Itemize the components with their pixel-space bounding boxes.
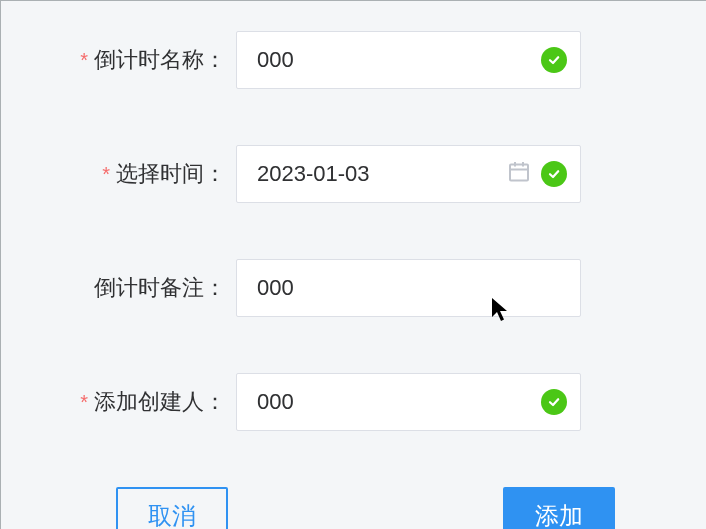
countdown-remark-input[interactable] — [236, 259, 581, 317]
calendar-icon[interactable] — [507, 160, 531, 189]
countdown-name-input[interactable] — [236, 31, 581, 89]
label-creator-text: 添加创建人： — [94, 387, 226, 417]
input-wrap-time — [236, 145, 581, 203]
cancel-button-label: 取消 — [148, 500, 196, 529]
add-creator-input[interactable] — [236, 373, 581, 431]
svg-rect-0 — [510, 165, 528, 181]
submit-button-label: 添加 — [535, 500, 583, 529]
form-row-remark: 倒计时备注： — [31, 259, 676, 317]
required-star-icon: * — [80, 50, 88, 70]
label-time-text: 选择时间： — [116, 159, 226, 189]
form-footer: 取消 添加 — [31, 487, 676, 529]
input-wrap-creator — [236, 373, 581, 431]
label-creator: * 添加创建人： — [31, 387, 236, 417]
required-star-icon: * — [102, 164, 110, 184]
required-star-icon: * — [80, 392, 88, 412]
input-wrap-name — [236, 31, 581, 89]
label-time: * 选择时间： — [31, 159, 236, 189]
label-remark: 倒计时备注： — [31, 273, 236, 303]
label-name: * 倒计时名称： — [31, 45, 236, 75]
countdown-form: * 倒计时名称： * 选择时间： — [1, 1, 706, 529]
label-remark-text: 倒计时备注： — [94, 273, 226, 303]
form-row-time: * 选择时间： — [31, 145, 676, 203]
valid-check-icon — [541, 161, 567, 187]
valid-check-icon — [541, 47, 567, 73]
cancel-button[interactable]: 取消 — [116, 487, 228, 529]
form-row-name: * 倒计时名称： — [31, 31, 676, 89]
form-row-creator: * 添加创建人： — [31, 373, 676, 431]
valid-check-icon — [541, 389, 567, 415]
submit-button[interactable]: 添加 — [503, 487, 615, 529]
input-wrap-remark — [236, 259, 581, 317]
label-name-text: 倒计时名称： — [94, 45, 226, 75]
